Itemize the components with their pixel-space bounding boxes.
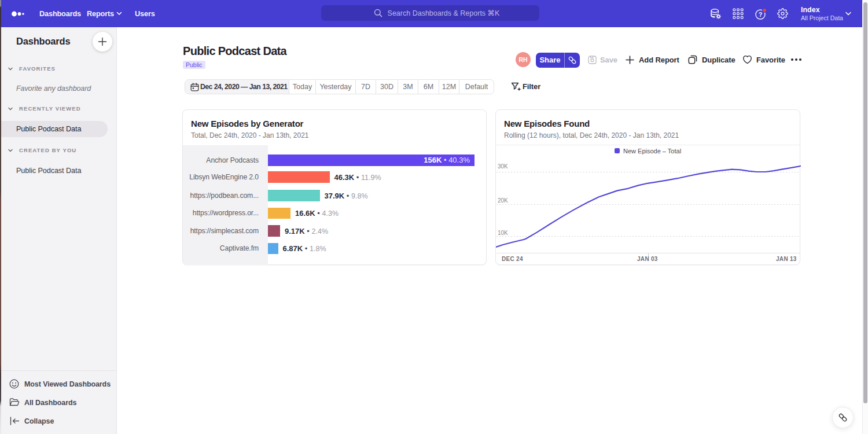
svg-text:?: ? <box>759 11 763 18</box>
